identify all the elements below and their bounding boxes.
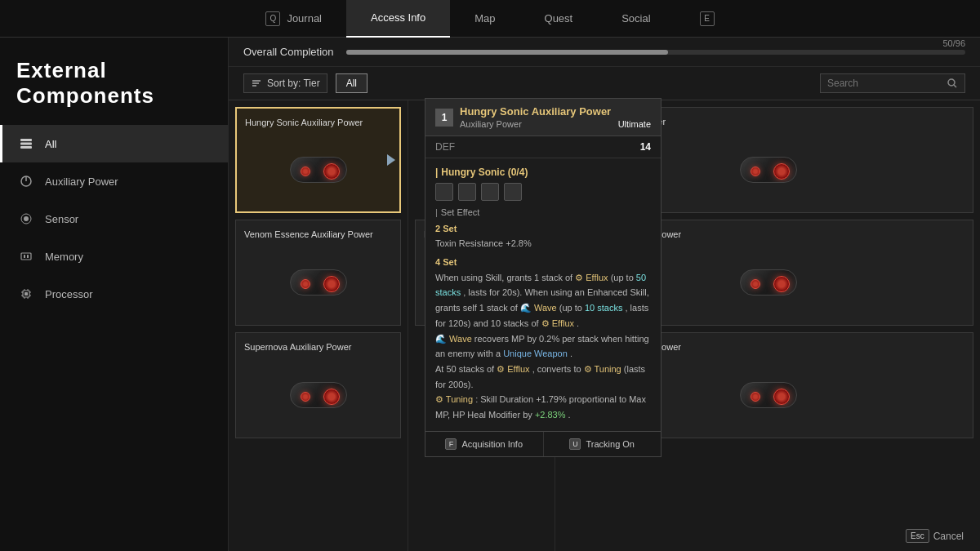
sensor-icon	[17, 210, 35, 228]
set-icon-2	[458, 183, 476, 201]
acquisition-label: Acquisition Info	[461, 439, 523, 449]
tracking-label: Tracking On	[586, 439, 635, 449]
key-e: E	[700, 11, 715, 26]
set-icon-4	[504, 183, 522, 201]
device-venom-essence	[283, 264, 353, 300]
search-input[interactable]	[827, 78, 942, 89]
tab-key-e[interactable]: E	[675, 0, 739, 38]
processor-icon	[17, 285, 35, 303]
tab-quest[interactable]: Quest	[520, 0, 598, 38]
esc-key: Esc	[906, 529, 929, 543]
efflux-ref-3: ⚙ Efflux	[497, 364, 529, 374]
two-set-effect: Toxin Resistance +2.8%	[435, 237, 651, 251]
svg-rect-11	[24, 292, 28, 295]
progress-bar: 50/96	[346, 50, 965, 55]
content-top-bar: Overall Completion 50/96 Sort by: Tier	[229, 38, 980, 100]
device-hungry-sonic	[283, 151, 353, 188]
sidebar-item-processor[interactable]: Processor	[0, 275, 228, 313]
stat-label: DEF	[435, 141, 455, 153]
popup-title-block: Hungry Sonic Auxiliary Power Auxiliary P…	[460, 105, 651, 129]
popup-body: Hungry Sonic (0/4) Set Effect 2 Set Toxi…	[425, 158, 661, 431]
progress-text: 50/96	[942, 38, 965, 48]
card-image-hungry-sonic	[245, 135, 391, 203]
tracking-button[interactable]: U Tracking On	[544, 432, 662, 456]
svg-point-23	[948, 79, 955, 86]
two-set-label: 2 Set	[435, 222, 651, 237]
sort-label: Sort by: Tier	[267, 78, 320, 89]
sidebar-item-all[interactable]: All	[0, 125, 228, 162]
wave-10-stacks: 10 stacks	[585, 303, 622, 313]
bottom-bar: Esc Cancel	[906, 529, 964, 543]
set-icon-3	[481, 183, 499, 201]
device-bravery	[733, 151, 803, 188]
device-supernova	[283, 376, 353, 413]
sidebar: External Components All Auxiliary Power	[0, 38, 229, 551]
card-title-hungry-sonic: Hungry Sonic Auxiliary Power	[245, 117, 391, 128]
set-effects: 2 Set Toxin Resistance +2.8% 4 Set When …	[435, 222, 651, 423]
tab-journal[interactable]: Q Journal	[241, 0, 346, 38]
card-image-venom-essence	[244, 247, 392, 317]
svg-rect-1	[20, 143, 32, 145]
svg-rect-2	[20, 146, 32, 149]
sort-button[interactable]: Sort by: Tier	[243, 73, 327, 93]
popup-footer: F Acquisition Info U Tracking On	[425, 431, 661, 456]
popup-number: 1	[435, 109, 453, 127]
set-icons	[435, 183, 651, 201]
svg-rect-8	[24, 255, 25, 258]
card-hungry-sonic[interactable]: Hungry Sonic Auxiliary Power	[235, 107, 401, 213]
sidebar-item-memory[interactable]: Memory	[0, 238, 228, 275]
tuning-ref-2: ⚙ Tuning	[435, 394, 473, 404]
tab-social[interactable]: Social	[597, 0, 675, 38]
completion-row: Overall Completion 50/96	[229, 38, 980, 67]
popup-stat-def: DEF 14	[425, 136, 661, 158]
card-title-venom-essence: Venom Essence Auxiliary Power	[244, 229, 392, 240]
filter-tab-all[interactable]: All	[336, 73, 368, 93]
power-icon	[17, 172, 35, 190]
sidebar-item-sensor[interactable]: Sensor	[0, 200, 228, 238]
card-supernova[interactable]: Supernova Auxiliary Power	[235, 332, 401, 438]
svg-rect-9	[27, 255, 29, 258]
popup-category: Auxiliary Power	[460, 119, 522, 129]
popup-title: Hungry Sonic Auxiliary Power	[460, 105, 651, 118]
key-u: U	[569, 438, 581, 450]
cancel-label: Cancel	[933, 531, 964, 542]
filter-row: Sort by: Tier All	[229, 67, 980, 100]
set-name: Hungry Sonic (0/4)	[435, 167, 651, 178]
tab-access-info[interactable]: Access Info	[346, 0, 450, 38]
tab-map[interactable]: Map	[450, 0, 519, 38]
svg-line-24	[954, 85, 956, 87]
device-hp-support	[733, 376, 803, 413]
stat-value: 14	[640, 141, 651, 153]
unique-weapon-ref: Unique Weapon	[503, 349, 568, 358]
filter-tabs: All	[336, 73, 812, 93]
wave-ref-1: 🌊 Wave	[520, 303, 557, 313]
set-effect-label: Set Effect	[435, 207, 651, 217]
tuning-val: +2.83%	[535, 410, 566, 420]
cursor-pointer	[387, 154, 395, 166]
four-set-label: 4 Set	[435, 256, 651, 270]
acquisition-info-button[interactable]: F Acquisition Info	[425, 432, 544, 456]
wave-ref-2: 🌊 Wave	[435, 334, 472, 344]
svg-rect-0	[20, 139, 32, 141]
card-title-supernova: Supernova Auxiliary Power	[244, 341, 392, 353]
device-annihilation	[733, 264, 803, 300]
sidebar-item-auxiliary-power[interactable]: Auxiliary Power	[0, 162, 228, 200]
card-venom-essence[interactable]: Venom Essence Auxiliary Power	[235, 220, 401, 326]
search-box[interactable]	[820, 73, 965, 93]
top-navigation: Q Journal Access Info Map Quest Social E	[0, 0, 980, 38]
efflux-ref-2: ⚙ Efflux	[541, 318, 574, 328]
memory-icon	[17, 247, 35, 265]
layers-icon	[17, 135, 35, 153]
tuning-ref-1: ⚙ Tuning	[584, 364, 621, 374]
progress-fill	[346, 50, 668, 55]
four-set-effect: When using Skill, grants 1 stack of ⚙ Ef…	[435, 270, 651, 423]
search-icon	[947, 78, 958, 89]
popup-header: 1 Hungry Sonic Auxiliary Power Auxiliary…	[425, 99, 661, 136]
page-title: External Components	[0, 46, 228, 125]
item-detail-popup: 1 Hungry Sonic Auxiliary Power Auxiliary…	[425, 98, 662, 457]
completion-label: Overall Completion	[243, 46, 334, 58]
svg-rect-7	[21, 253, 31, 260]
card-image-supernova	[244, 359, 392, 429]
popup-badge: Ultimate	[618, 119, 651, 129]
set-icon-1	[435, 183, 453, 201]
